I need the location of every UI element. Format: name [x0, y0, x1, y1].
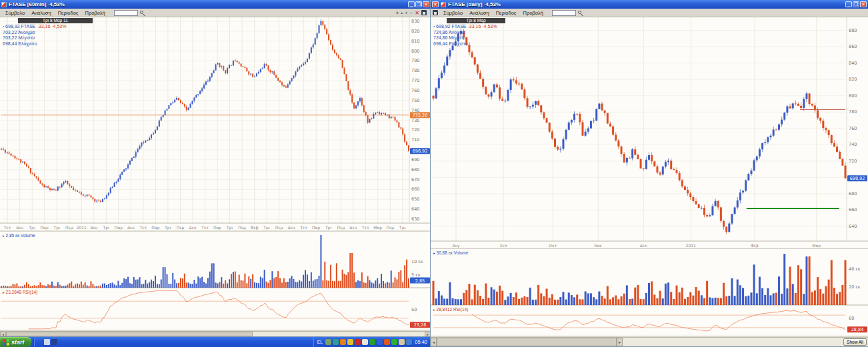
svg-text:640: 640: [849, 224, 857, 229]
antivirus-tray-icon[interactable]: [355, 339, 361, 345]
symbol-input[interactable]: [552, 10, 576, 16]
windows-flag-icon: [3, 338, 9, 346]
restore-button[interactable]: ❐: [853, 1, 859, 7]
svg-text:Δευ: Δευ: [127, 225, 135, 230]
svg-text:680: 680: [411, 167, 419, 173]
save-icon[interactable]: [421, 10, 427, 15]
language-indicator[interactable]: EL: [316, 340, 325, 344]
shield-tray-icon[interactable]: [347, 339, 353, 345]
zoom-out-icon[interactable]: −: [410, 10, 413, 16]
legend-price: 698,92: [5, 24, 19, 29]
close-button-left[interactable]: ×: [432, 1, 439, 7]
app-launcher-icon[interactable]: [51, 339, 57, 345]
close-button[interactable]: ×: [423, 1, 429, 7]
zoom-in-icon[interactable]: +: [405, 10, 408, 16]
scroll-right-arrow-icon[interactable]: ▸: [617, 338, 623, 346]
scrollbar-thumb[interactable]: [437, 338, 617, 346]
svg-text:Δευ: Δευ: [349, 225, 357, 230]
window-titlebar[interactable]: FTASE [60min] -4,53% _ ❐ ×: [0, 0, 431, 9]
volume-tray-icon[interactable]: [362, 339, 368, 345]
scroll-left-arrow-icon[interactable]: ◂: [431, 338, 437, 346]
pointer-icon[interactable]: •: [401, 10, 403, 16]
crosshair-date-tooltip: Τρι 8 Μαρ 11: [18, 18, 93, 23]
legend-symbol: FTASE: [451, 24, 466, 29]
svg-text:800: 800: [849, 93, 857, 99]
chart-window-daily: × FTASE [daily] -4,53% _ ❐ × Σύμβολο Ανά…: [431, 0, 868, 346]
svg-text:690: 690: [411, 157, 419, 163]
quote-legend: ▪ 698,92 FTASE -33,16 -4,53% 724,86 Άνοι…: [433, 24, 497, 47]
svg-text:880: 880: [849, 28, 857, 33]
delete-icon[interactable]: ✕: [415, 10, 419, 16]
svg-text:Πεμ: Πεμ: [65, 225, 73, 230]
minimize-button[interactable]: _: [845, 1, 852, 7]
svg-text:Πεμ: Πεμ: [387, 225, 395, 230]
menu-view[interactable]: Προβολή: [81, 10, 108, 16]
scrollbar-thumb[interactable]: [6, 332, 253, 336]
taskbar-clock[interactable]: 05:40: [413, 339, 430, 345]
symbol-input[interactable]: [114, 10, 138, 16]
menu-analysis[interactable]: Ανάλυση: [28, 10, 54, 16]
price-chart-daily[interactable]: 6406606807007207407607808008208408608806…: [431, 17, 868, 337]
minimize-button[interactable]: _: [408, 1, 415, 7]
svg-text:Πεμ: Πεμ: [238, 225, 246, 230]
legend-price: 698,92: [436, 24, 450, 29]
search-icon[interactable]: [578, 11, 583, 15]
vpn-tray-icon[interactable]: [391, 339, 397, 345]
price-chart-60min[interactable]: 6306406506606706806907007107207307407507…: [0, 17, 431, 331]
svg-text:698,92: 698,92: [850, 176, 865, 181]
close-button[interactable]: ×: [860, 1, 867, 7]
svg-text:Τρι: Τρι: [226, 225, 233, 230]
alert-tray-icon[interactable]: [384, 339, 390, 345]
rsi-pane-label: ▸ 23,2848 RSI(14): [3, 290, 37, 294]
chart-area-daily[interactable]: 6406606807007207407607808008208408608806…: [431, 17, 868, 340]
scroll-right-arrow-icon[interactable]: ▸: [425, 332, 431, 336]
legend-high: 724,86 Μέγιστο: [433, 35, 497, 41]
svg-text:Δεκ: Δεκ: [640, 243, 647, 248]
scroll-left-arrow-icon[interactable]: ◂: [0, 332, 6, 336]
horizontal-scrollbar[interactable]: ◂ ▸ Show All: [431, 337, 868, 346]
svg-text:Πεμ: Πεμ: [275, 225, 283, 230]
legend-low: 698,44 Ελάχιστο: [433, 41, 497, 47]
start-button[interactable]: start: [0, 337, 31, 347]
search-icon[interactable]: [140, 11, 145, 15]
nvidia-tray-icon[interactable]: [406, 339, 412, 345]
svg-text:860: 860: [849, 44, 857, 49]
svg-text:790: 790: [411, 58, 419, 63]
menu-symbol[interactable]: Σύμβολο: [2, 10, 28, 16]
window-titlebar[interactable]: × FTASE [daily] -4,53% _ ❐ ×: [431, 0, 868, 9]
svg-text:820: 820: [411, 29, 419, 34]
menu-analysis[interactable]: Ανάλυση: [466, 10, 492, 16]
svg-text:20 εκ: 20 εκ: [849, 284, 861, 290]
chart-tray-icon[interactable]: [325, 339, 331, 345]
svg-text:Δευ: Δευ: [90, 225, 97, 230]
update-tray-icon[interactable]: [340, 339, 346, 345]
svg-text:660: 660: [849, 207, 857, 212]
legend-high: 703,22 Μέγιστο: [3, 35, 66, 41]
menu-symbol[interactable]: Σύμβολο: [440, 10, 466, 16]
folder-tray-icon[interactable]: [399, 339, 405, 345]
show-all-button[interactable]: Show All: [843, 338, 867, 346]
menu-period[interactable]: Περίοδος: [493, 10, 520, 16]
svg-text:Τετ: Τετ: [3, 225, 11, 230]
messenger-tray-icon[interactable]: [333, 339, 339, 345]
svg-text:820: 820: [849, 77, 857, 82]
svg-text:810: 810: [411, 39, 419, 44]
network-tray-icon[interactable]: [369, 339, 375, 345]
svg-text:730: 730: [411, 118, 419, 123]
svg-text:710: 710: [411, 137, 419, 143]
crosshair-icon[interactable]: ⌖: [396, 10, 399, 16]
svg-text:Παρ: Παρ: [115, 225, 123, 230]
restore-button[interactable]: ❐: [415, 1, 422, 7]
menu-period[interactable]: Περίοδος: [55, 10, 82, 16]
svg-text:Παρ: Παρ: [312, 225, 320, 230]
chart-area-60min[interactable]: 6306406506606706806907007107207307407507…: [0, 17, 431, 334]
rsi-pane-label: ▸ 28,8412 RSI(14): [433, 307, 468, 312]
taskbar: start EL 05:40: [0, 336, 432, 347]
svg-text:Φεβ: Φεβ: [251, 225, 259, 230]
quick-launch: [41, 339, 60, 345]
sync-tray-icon[interactable]: [377, 339, 383, 345]
save-icon[interactable]: [433, 10, 438, 15]
horizontal-scrollbar[interactable]: ◂ ▸: [0, 331, 431, 336]
menu-view[interactable]: Προβολή: [519, 10, 546, 16]
desktop-icon[interactable]: [44, 339, 50, 345]
